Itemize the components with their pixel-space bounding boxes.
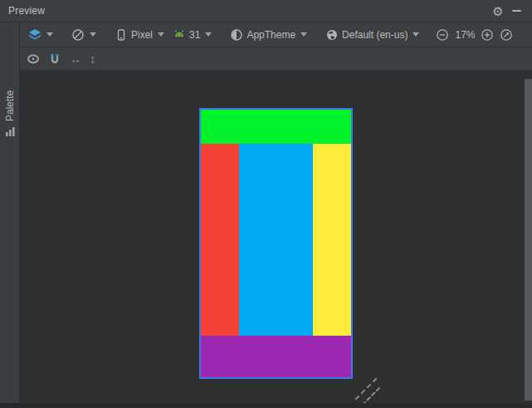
- phone-icon: [115, 28, 128, 42]
- preview-titlebar: Preview ⚙: [0, 0, 532, 22]
- layout-region-left-column[interactable]: [201, 144, 239, 336]
- api-level-label: 31: [189, 29, 200, 41]
- device-preview[interactable]: [199, 108, 353, 379]
- design-surface: [20, 71, 532, 403]
- window-bottom-edge: [0, 403, 532, 408]
- autoconnect-magnet-icon[interactable]: [48, 52, 61, 66]
- chevron-down-icon: [412, 32, 419, 37]
- palette-icon: [5, 126, 16, 137]
- layout-region-top-banner[interactable]: [201, 110, 351, 144]
- device-selector-label: Pixel: [131, 29, 153, 41]
- device-selector[interactable]: Pixel: [111, 26, 168, 44]
- layers-icon: [28, 28, 41, 42]
- left-tool-stripe: Palette: [0, 22, 20, 403]
- zoom-controls: 17%: [436, 28, 513, 42]
- horizontal-margin-icon[interactable]: ↔: [70, 53, 81, 65]
- layout-middle-row: [201, 144, 351, 336]
- sidebar-item-label: Palette: [4, 91, 16, 121]
- api-level-selector[interactable]: 31: [169, 26, 215, 44]
- resize-handle-icon[interactable]: [355, 378, 378, 401]
- gear-icon[interactable]: ⚙: [489, 2, 507, 19]
- zoom-to-fit-icon[interactable]: [500, 28, 513, 42]
- locale-selector[interactable]: Default (en-us): [322, 26, 422, 44]
- view-options-eye-icon[interactable]: [27, 52, 40, 66]
- vertical-margin-icon[interactable]: ↕: [90, 53, 95, 65]
- layout-region-right-column[interactable]: [313, 144, 351, 336]
- window-title: Preview: [8, 5, 45, 17]
- orientation-selector[interactable]: [68, 26, 100, 44]
- minimize-icon[interactable]: [507, 2, 525, 19]
- globe-icon: [325, 28, 339, 42]
- sidebar-item-palette[interactable]: Palette: [0, 56, 20, 139]
- layout-region-bottom-banner[interactable]: [201, 336, 351, 377]
- constraint-toolbar: ↔ ↕: [20, 47, 532, 71]
- locale-selector-label: Default (en-us): [342, 29, 408, 41]
- design-toolbar: Pixel 31 AppTheme Default (en-us): [20, 22, 532, 47]
- minimize-bar: [512, 10, 521, 12]
- layout-region-center-column[interactable]: [239, 144, 313, 336]
- theme-contrast-icon: [230, 28, 243, 42]
- zoom-in-icon[interactable]: [481, 28, 494, 42]
- theme-selector[interactable]: AppTheme: [227, 26, 310, 44]
- chevron-down-icon: [90, 32, 96, 37]
- zoom-out-icon[interactable]: [436, 28, 449, 42]
- android-icon: [173, 28, 186, 42]
- orientation-icon: [71, 28, 85, 42]
- chevron-down-icon: [300, 32, 307, 37]
- chevron-down-icon: [46, 32, 53, 37]
- zoom-level: 17%: [455, 29, 475, 41]
- theme-selector-label: AppTheme: [246, 29, 295, 41]
- vertical-scrollbar[interactable]: [525, 79, 532, 401]
- chevron-down-icon: [158, 32, 164, 37]
- chevron-down-icon: [205, 32, 212, 37]
- design-surface-selector[interactable]: [25, 26, 56, 44]
